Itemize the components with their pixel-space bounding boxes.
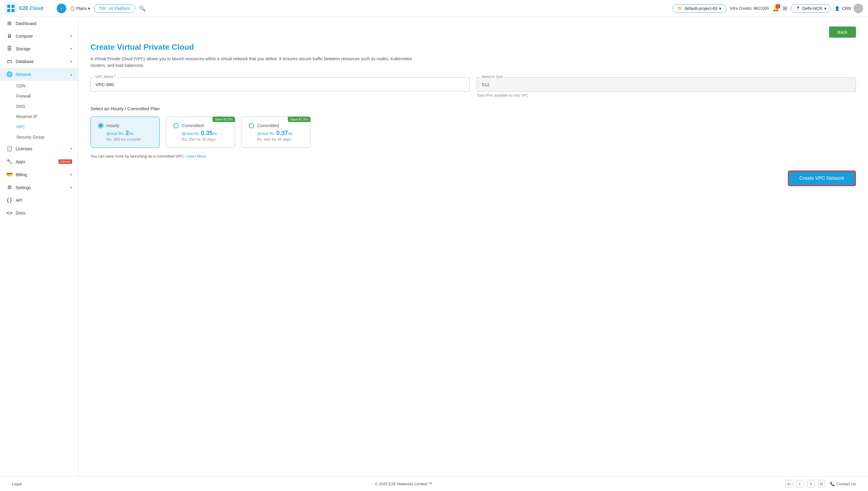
sidebar-item-label: Dashboard xyxy=(16,21,72,26)
infra-credits: Infra Credits: 9811000 xyxy=(730,6,769,10)
vpc-name-input[interactable] xyxy=(90,78,470,92)
header-back-button[interactable]: ‹ xyxy=(57,4,66,13)
radio-hourly[interactable] xyxy=(98,123,103,128)
sidebar-item-settings[interactable]: ⚙ Settings ▾ xyxy=(0,181,78,194)
plans-icon: 📋 xyxy=(70,6,75,11)
radio-committed-45[interactable] xyxy=(249,123,254,128)
sidebar-item-billing[interactable]: 💳 Billing ▾ xyxy=(0,168,78,181)
grid-menu-button[interactable]: ⊞ xyxy=(783,5,787,12)
search-button[interactable]: 🔍 xyxy=(139,5,146,12)
plan-price-hourly: @Just Rs. 2/hr xyxy=(106,129,152,137)
sidebar-item-label: Database xyxy=(16,59,67,64)
header: E2E Cloud ‹ 📋 Plans ▾ TIR - AI Platform … xyxy=(0,0,868,17)
plan-name-hourly: Hourly xyxy=(106,123,119,128)
plan-card-committed-30[interactable]: Save 82.5% Committed @Just Rs. 0.35/hr R… xyxy=(166,117,235,148)
svg-rect-2 xyxy=(11,5,15,8)
linkedin-icon[interactable]: in xyxy=(785,480,793,487)
licenses-icon: 📋 xyxy=(6,145,13,152)
logo-text: E2E Cloud xyxy=(19,6,44,11)
sidebar-item-licenses[interactable]: 📋 Licenses ▾ xyxy=(0,142,78,155)
notifications-button[interactable]: 🔔 2 xyxy=(773,5,779,12)
sidebar-item-dns[interactable]: DNS xyxy=(0,101,78,112)
learn-more-link[interactable]: Learn More. xyxy=(186,154,207,158)
apps-icon: 🔧 xyxy=(6,158,13,165)
sidebar-item-security-group[interactable]: Security Group xyxy=(0,132,78,142)
footer: Legal © 2025 E2E Networks Limited ™ in f… xyxy=(0,476,868,491)
radio-committed-30[interactable] xyxy=(173,123,179,128)
api-icon: {} xyxy=(6,197,13,203)
plan-card-hourly[interactable]: Hourly @Just Rs. 2/hr Rs. 300 for a mont… xyxy=(90,117,160,148)
sidebar-item-apps[interactable]: 🔧 Apps Internal xyxy=(0,155,78,168)
save-badge-45: Save 81.5% xyxy=(288,117,310,122)
region-button[interactable]: 📍 Delhi-NCR ▾ xyxy=(791,4,831,13)
plan-card-committed-45[interactable]: Save 81.5% Committed @Just Rs. 0.37/hr R… xyxy=(241,117,310,148)
save-note: You can save more by launching as a comm… xyxy=(90,154,856,158)
plans-row: Hourly @Just Rs. 2/hr Rs. 300 for a mont… xyxy=(90,117,856,148)
sidebar-item-vpc[interactable]: VPC xyxy=(0,122,78,132)
sidebar-item-cdn[interactable]: CDN xyxy=(0,81,78,91)
vpc-name-label: VPC Name * xyxy=(94,75,117,79)
bottom-bar: Create VPC Network xyxy=(90,171,856,186)
network-size-group: Network Size Total IPv4 available for th… xyxy=(477,78,856,97)
twitter-icon[interactable]: 𝕏 xyxy=(807,480,814,487)
plans-button[interactable]: 📋 Plans ▾ xyxy=(70,6,90,11)
main-content: Back Create Virtual Private Cloud A Virt… xyxy=(78,17,868,476)
plan-section-title: Select an Hourly / Committed Plan xyxy=(90,106,856,111)
plan-period-committed-45: Rs. 400 for 45 days xyxy=(257,137,303,142)
compute-icon: 🖥 xyxy=(6,33,13,39)
database-icon: 🗃 xyxy=(6,58,13,64)
rss-icon[interactable]: ⛁ xyxy=(818,480,825,487)
folder-icon: 📁 xyxy=(677,6,683,11)
sidebar-item-label: Apps xyxy=(16,160,54,164)
plan-price-committed-45: @Just Rs. 0.37/hr xyxy=(257,129,303,137)
plans-chevron-icon: ▾ xyxy=(88,6,90,11)
sidebar-item-reserve-ip[interactable]: Reserve IP xyxy=(0,112,78,122)
tir-button[interactable]: TIR - AI Platform xyxy=(94,4,135,13)
sidebar-item-label: Storage xyxy=(16,47,67,51)
sidebar-item-database[interactable]: 🗃 Database ▾ xyxy=(0,55,78,68)
sidebar-item-dashboard[interactable]: ⊞ Dashboard xyxy=(0,17,78,30)
vpc-name-group: VPC Name * xyxy=(90,78,470,97)
sidebar-item-label: Docs xyxy=(16,210,72,215)
notification-badge: 2 xyxy=(776,4,780,9)
form-row: VPC Name * Network Size Total IPv4 avail… xyxy=(90,78,856,97)
sidebar-item-docs[interactable]: <> Docs xyxy=(0,207,78,219)
sidebar-item-label: Licenses xyxy=(16,146,67,151)
network-hint: Total IPv4 available for this VPC xyxy=(477,93,856,97)
page-description: A Virtual Private Cloud (VPC) allows you… xyxy=(90,55,422,69)
sidebar-item-storage[interactable]: 🗄 Storage ▾ xyxy=(0,42,78,55)
logo: E2E Cloud xyxy=(5,2,53,15)
create-vpc-button[interactable]: Create VPC Network xyxy=(788,171,856,186)
page-title: Create Virtual Private Cloud xyxy=(90,42,856,52)
sidebar-item-firewall[interactable]: Firewall xyxy=(0,91,78,101)
billing-icon: 💳 xyxy=(6,171,13,178)
sidebar-item-api[interactable]: {} API xyxy=(0,194,78,207)
location-icon: 📍 xyxy=(795,6,801,11)
sidebar-item-label: Settings xyxy=(16,185,67,190)
network-size-label: Network Size xyxy=(480,75,504,79)
sidebar-item-label: Billing xyxy=(16,172,67,177)
avatar xyxy=(853,4,863,13)
plan-price-committed-30: @Just Rs. 0.35/hr xyxy=(182,129,228,137)
svg-rect-3 xyxy=(7,9,10,12)
internal-badge: Internal xyxy=(58,160,72,164)
dashboard-icon: ⊞ xyxy=(6,20,13,27)
svg-rect-1 xyxy=(7,5,10,8)
docs-icon: <> xyxy=(6,210,13,216)
user-area: 👤 CRN xyxy=(835,4,863,13)
legal-link[interactable]: Legal xyxy=(12,482,22,486)
copyright: © 2025 E2E Networks Limited ™ xyxy=(375,482,432,486)
sidebar-item-label: API xyxy=(16,198,72,203)
sidebar-item-compute[interactable]: 🖥 Compute ▾ xyxy=(0,30,78,42)
sidebar-item-network[interactable]: 🌐 Network ▴ xyxy=(0,68,78,81)
chevron-down-icon: ▾ xyxy=(70,59,72,63)
plan-name-committed-45: Committed xyxy=(257,123,279,128)
network-size-input xyxy=(477,78,856,92)
chevron-down-icon: ▾ xyxy=(70,47,72,51)
svg-rect-0 xyxy=(5,2,17,15)
project-button[interactable]: 📁 default-project-69 ▾ xyxy=(672,4,726,13)
contact-us-link[interactable]: 📞 Contact Us xyxy=(830,482,856,486)
back-button[interactable]: Back xyxy=(829,27,856,38)
facebook-icon[interactable]: f xyxy=(796,480,804,487)
storage-icon: 🗄 xyxy=(6,46,13,52)
